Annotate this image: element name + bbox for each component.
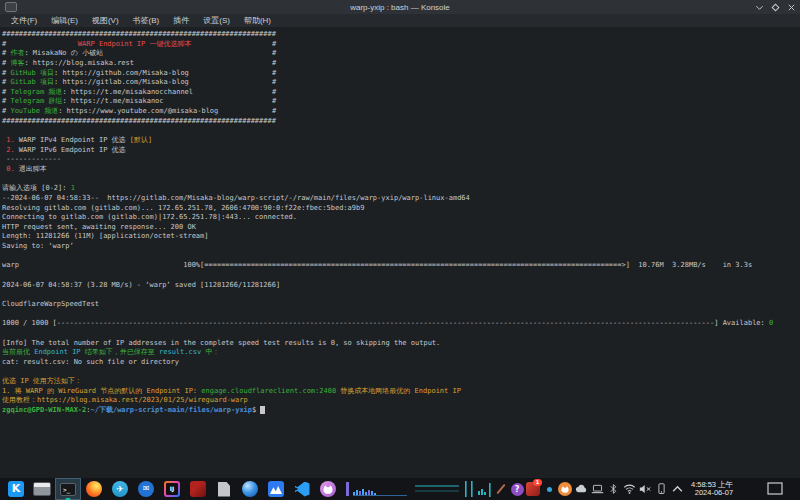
terminal-line: 2. WARP IPv6 Emdpoint IP 优选 bbox=[2, 146, 800, 156]
terminal-line: # WARP Endpoint IP 一键优选脚本# bbox=[2, 40, 800, 50]
terminal-line: 2024-06-07 04:58:37 (3.28 MB/s) - ‘warp’… bbox=[2, 281, 800, 291]
cat-orange-icon[interactable] bbox=[558, 478, 572, 500]
telegram-icon[interactable] bbox=[107, 478, 133, 500]
taskbar: 1 4:58:53 上午 2024-06-07 bbox=[0, 478, 800, 500]
terminal-line: Resolving gitlab.com (gitlab.com)... 172… bbox=[2, 204, 800, 214]
clock-date: 2024-06-07 bbox=[691, 489, 733, 498]
menu-item[interactable]: 视图(V) bbox=[85, 15, 126, 26]
terminal-line: cat: result.csv: No such file or directo… bbox=[2, 358, 800, 368]
taskbar-tray: 1 bbox=[493, 478, 685, 500]
firefox-icon[interactable] bbox=[81, 478, 107, 500]
bluetooth-icon[interactable] bbox=[606, 478, 620, 500]
terminal-line: # GitLab 项目: https://gitlab.com/Misaka-b… bbox=[2, 78, 800, 88]
thunderbird-icon[interactable] bbox=[133, 478, 159, 500]
menu-bar: 文件(F)编辑(E)视图(V)书签(B)插件设置(S)帮助(H) bbox=[0, 14, 800, 27]
system-monitor-widget[interactable] bbox=[345, 479, 493, 499]
terminal-line: 当前最优 Endpoint IP 结果如下，并已保存至 result.csv 中… bbox=[2, 348, 800, 358]
terminal-line bbox=[2, 329, 800, 339]
stylus-icon[interactable] bbox=[494, 478, 508, 500]
terminal-line: [Info] The total number of IP addresses … bbox=[2, 339, 800, 349]
terminal-line: Saving to: ‘warp’ bbox=[2, 242, 800, 252]
terminal-line bbox=[2, 271, 800, 281]
volume-muted-icon[interactable] bbox=[638, 478, 652, 500]
terminal-line: Connecting to gitlab.com (gitlab.com)|17… bbox=[2, 213, 800, 223]
terminal-line bbox=[2, 290, 800, 300]
terminal-line: # 作者: MisakaNo の 小破站# bbox=[2, 49, 800, 59]
terminal-line: --2024-06-07 04:58:33-- https://gitlab.c… bbox=[2, 194, 800, 204]
chevron-up-icon[interactable] bbox=[670, 478, 684, 500]
clash-cat-icon[interactable] bbox=[315, 478, 341, 500]
menu-item[interactable]: 插件 bbox=[166, 15, 196, 26]
terminal-line: HTTP request sent, awaiting response... … bbox=[2, 223, 800, 233]
window-titlebar[interactable]: warp-yxip : bash — Konsole bbox=[0, 0, 800, 14]
terminal-line: ------------- bbox=[2, 155, 800, 165]
wifi-icon[interactable] bbox=[622, 478, 636, 500]
menu-item[interactable]: 书签(B) bbox=[126, 15, 167, 26]
konsole-icon[interactable] bbox=[55, 478, 81, 500]
intellij-icon[interactable] bbox=[159, 478, 185, 500]
taskbar-launchers bbox=[3, 478, 341, 500]
browser-sphere-icon[interactable] bbox=[237, 478, 263, 500]
terminal-line: CloudflareWarpSpeedTest bbox=[2, 300, 800, 310]
terminal-line: 1. WARP IPv4 Endpoint IP 优选 [默认] bbox=[2, 136, 800, 146]
menu-item[interactable]: 文件(F) bbox=[4, 15, 44, 26]
menu-item[interactable]: 设置(S) bbox=[196, 15, 237, 26]
terminal-output[interactable]: ########################################… bbox=[0, 27, 800, 478]
terminal-line: 1. 将 WARP 的 WireGuard 节点的默认的 Endpoint IP… bbox=[2, 387, 800, 397]
media-red-icon[interactable] bbox=[185, 478, 211, 500]
status-dot-icon[interactable] bbox=[542, 478, 556, 500]
file-manager-icon[interactable] bbox=[29, 478, 55, 500]
terminal-line: 0. 退出脚本 bbox=[2, 165, 800, 175]
laptop-icon[interactable] bbox=[590, 478, 604, 500]
terminal-line: Length: 11281266 (11M) [application/octe… bbox=[2, 232, 800, 242]
terminal-line bbox=[2, 252, 800, 262]
terminal-line: # GitHub 项目: https://github.com/Misaka-b… bbox=[2, 69, 800, 79]
close-icon[interactable] bbox=[787, 3, 796, 12]
terminal-line: zgqinc@GPD-WIN-MAX-2:~/下载/warp-script-ma… bbox=[2, 406, 800, 416]
menu-item[interactable]: 帮助(H) bbox=[237, 15, 278, 26]
terminal-line: warp 100%[==============================… bbox=[2, 261, 800, 271]
kde-launcher-icon[interactable] bbox=[3, 478, 29, 500]
terminal-line: ########################################… bbox=[2, 117, 800, 127]
terminal-line: # Telegram 频道: https://t.me/misakanoccha… bbox=[2, 88, 800, 98]
terminal-line: ########################################… bbox=[2, 30, 800, 40]
terminal-line: 优选 IP 使用方法如下： bbox=[2, 377, 800, 387]
terminal-line: # Telegram 群组: https://t.me/misakanoc# bbox=[2, 97, 800, 107]
help-badge-icon[interactable] bbox=[510, 478, 524, 500]
vscode-icon[interactable] bbox=[289, 478, 315, 500]
terminal-line bbox=[2, 367, 800, 377]
terminal-line: 1000 / 1000 [---------------------------… bbox=[2, 319, 800, 329]
clock[interactable]: 4:58:53 上午 2024-06-07 bbox=[691, 481, 733, 498]
maximize-icon[interactable] bbox=[771, 3, 780, 12]
terminal-line: # YouTube 频道: https://www.youtube.com/@m… bbox=[2, 107, 800, 117]
cloud-icon[interactable] bbox=[574, 478, 588, 500]
terminal-line bbox=[2, 126, 800, 136]
menu-item[interactable]: 编辑(E) bbox=[44, 15, 85, 26]
terminal-line bbox=[2, 310, 800, 320]
window-title: warp-yxip : bash — Konsole bbox=[0, 3, 800, 12]
notification-badge-icon[interactable]: 1 bbox=[526, 478, 540, 500]
notification-count-badge: 1 bbox=[533, 479, 542, 486]
minimize-icon[interactable] bbox=[755, 3, 764, 12]
phone-connect-icon[interactable] bbox=[654, 478, 668, 500]
terminal-line: 使用教程：https://blog.misaka.rest/2023/01/25… bbox=[2, 396, 800, 406]
terminal-line bbox=[2, 175, 800, 185]
show-desktop-icon[interactable] bbox=[767, 482, 783, 496]
mountain-app-icon[interactable] bbox=[263, 478, 289, 500]
terminal-line: 请输入选项 [0-2]: 1 bbox=[2, 184, 800, 194]
terminal-line: # 博客: https://blog.misaka.rest# bbox=[2, 59, 800, 69]
document-icon[interactable] bbox=[211, 478, 237, 500]
